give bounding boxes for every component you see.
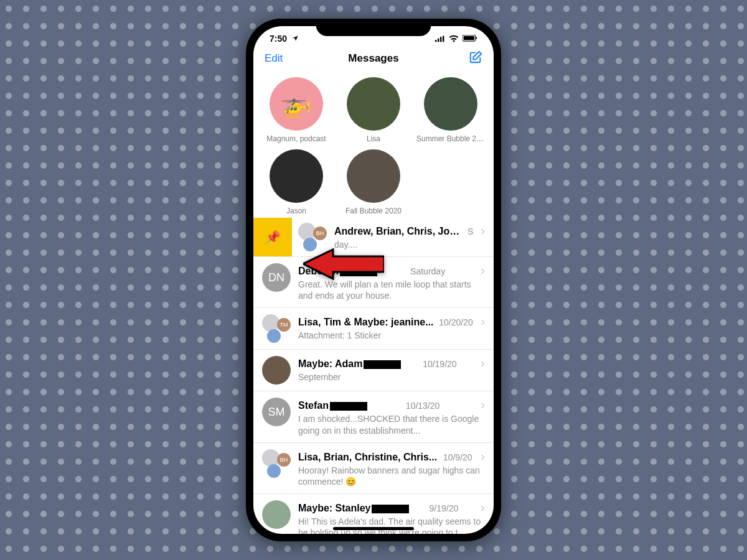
conversation-date: S — [467, 226, 473, 236]
conversation-preview: September — [298, 371, 485, 383]
conversation-name: Andrew, Brian, Chris, John... — [334, 226, 463, 237]
pinned-avatar — [270, 149, 323, 203]
conversation-main: Lisa, Tim & Maybe: jeanine...10/20/20›At… — [298, 314, 485, 341]
wifi-icon — [449, 35, 459, 42]
pin-icon: 📌 — [265, 230, 281, 245]
svg-rect-3 — [443, 35, 444, 42]
pinned-label: Summer Bubble 2020 — [416, 134, 485, 143]
svg-rect-2 — [440, 37, 441, 42]
status-right — [435, 35, 477, 42]
conversation-name: Lisa, Brian, Christine, Chris... — [298, 452, 437, 463]
conversation-date: 10/9/20 — [443, 452, 472, 462]
phone-frame: 7:50 Edit Messages — [246, 19, 501, 541]
conversation-row[interactable]: SMStefan10/13/20›I am shocked...SHOCKED … — [253, 391, 494, 442]
redaction — [372, 505, 409, 513]
chevron-right-icon: › — [481, 356, 485, 370]
chevron-right-icon: › — [481, 263, 485, 278]
conversation-date: 10/20/20 — [439, 317, 473, 327]
conversation-preview: day.... — [334, 239, 485, 250]
page-title: Messages — [253, 52, 494, 65]
pinned-item[interactable]: Lisa — [339, 77, 408, 143]
edit-button[interactable]: Edit — [265, 52, 283, 65]
pinned-avatar — [424, 77, 477, 131]
conversation-avatar: BH — [298, 223, 327, 251]
conversation-name: Stefan — [298, 400, 367, 411]
conversation-main: Maybe: Adam10/19/20›September — [298, 356, 485, 383]
pinned-label: Fall Bubble 2020 — [339, 207, 408, 215]
pinned-label: Jason — [262, 207, 331, 215]
chevron-right-icon: › — [481, 398, 485, 412]
navbar: Edit Messages — [253, 45, 494, 72]
pin-action[interactable]: 📌 — [253, 218, 292, 256]
chevron-right-icon: › — [481, 500, 485, 515]
pinned-label: Lisa — [339, 134, 408, 143]
pinned-item[interactable]: Summer Bubble 2020 — [416, 77, 485, 143]
conversation-row[interactable]: DNDeborahSaturday›Great. We will plan a … — [253, 257, 494, 308]
compose-button[interactable] — [469, 50, 482, 67]
svg-rect-6 — [476, 37, 477, 39]
conversation-row[interactable]: Maybe: Adam10/19/20›September — [253, 350, 494, 391]
conversation-name: Deborah — [298, 266, 377, 277]
conversation-row[interactable]: 📌BHAndrew, Brian, Chris, John...S›day...… — [253, 218, 494, 257]
conversation-avatar — [262, 500, 291, 529]
chevron-right-icon: › — [481, 223, 485, 238]
conversation-preview: I am shocked...SHOCKED that there is Goo… — [298, 413, 485, 436]
chevron-right-icon: › — [481, 449, 485, 464]
conversation-date: 9/19/20 — [430, 503, 459, 513]
conversation-date: 10/19/20 — [423, 359, 457, 369]
pinned-item[interactable]: Jason — [262, 149, 331, 215]
conversation-preview: Hooray! Rainbow banners and sugar highs … — [298, 465, 485, 487]
svg-rect-0 — [435, 40, 436, 42]
conversation-avatar: DN — [262, 263, 291, 292]
pinned-label: Magnum, podcast — [262, 134, 331, 143]
conversation-avatar: BH — [262, 449, 291, 478]
screen: 7:50 Edit Messages — [253, 26, 494, 534]
conversation-avatar: SM — [262, 398, 291, 426]
signal-icon — [435, 35, 445, 42]
conversation-row[interactable]: BHLisa, Brian, Christine, Chris...10/9/2… — [253, 443, 494, 494]
conversation-main: Stefan10/13/20›I am shocked...SHOCKED th… — [298, 398, 485, 436]
conversation-avatar — [262, 356, 291, 385]
conversation-name: Maybe: Adam — [298, 358, 401, 370]
redaction — [340, 268, 377, 276]
battery-icon — [463, 35, 477, 42]
conversation-preview: Attachment: 1 Sticker — [298, 330, 485, 341]
pinned-avatar: 🚁 — [270, 77, 323, 131]
conversation-date: 10/13/20 — [406, 401, 440, 411]
pinned-avatar — [347, 77, 400, 131]
conversation-main: Andrew, Brian, Chris, John...S›day.... — [334, 223, 485, 250]
pinned-avatar — [347, 149, 400, 203]
redaction — [330, 402, 367, 411]
conversation-row[interactable]: TMLisa, Tim & Maybe: jeanine...10/20/20›… — [253, 308, 494, 350]
status-time: 7:50 — [270, 34, 299, 44]
conversation-avatar: TM — [262, 314, 291, 343]
pinned-item[interactable]: Fall Bubble 2020 — [339, 149, 408, 215]
pinned-conversations: 🚁Magnum, podcastLisaSummer Bubble 2020Ja… — [253, 72, 494, 218]
chevron-right-icon: › — [481, 314, 485, 329]
location-arrow-icon — [292, 34, 299, 44]
home-indicator[interactable] — [333, 527, 414, 530]
conversations-list[interactable]: 📌BHAndrew, Brian, Chris, John...S›day...… — [253, 218, 494, 534]
svg-rect-5 — [464, 36, 474, 40]
svg-rect-1 — [438, 38, 439, 42]
conversation-name: Lisa, Tim & Maybe: jeanine... — [298, 317, 434, 328]
conversation-name: Maybe: Stanley — [298, 503, 409, 514]
conversation-preview: Hi! This is Adela's dad. The air quality… — [298, 516, 485, 534]
conversation-main: DeborahSaturday›Great. We will plan a te… — [298, 263, 485, 301]
redaction — [364, 360, 401, 369]
conversation-date: Saturday — [410, 266, 445, 276]
conversation-preview: Great. We will plan a ten mile loop that… — [298, 279, 485, 301]
notch — [316, 19, 431, 36]
conversation-main: Lisa, Brian, Christine, Chris...10/9/20›… — [298, 449, 485, 487]
pinned-item[interactable]: 🚁Magnum, podcast — [262, 77, 331, 143]
